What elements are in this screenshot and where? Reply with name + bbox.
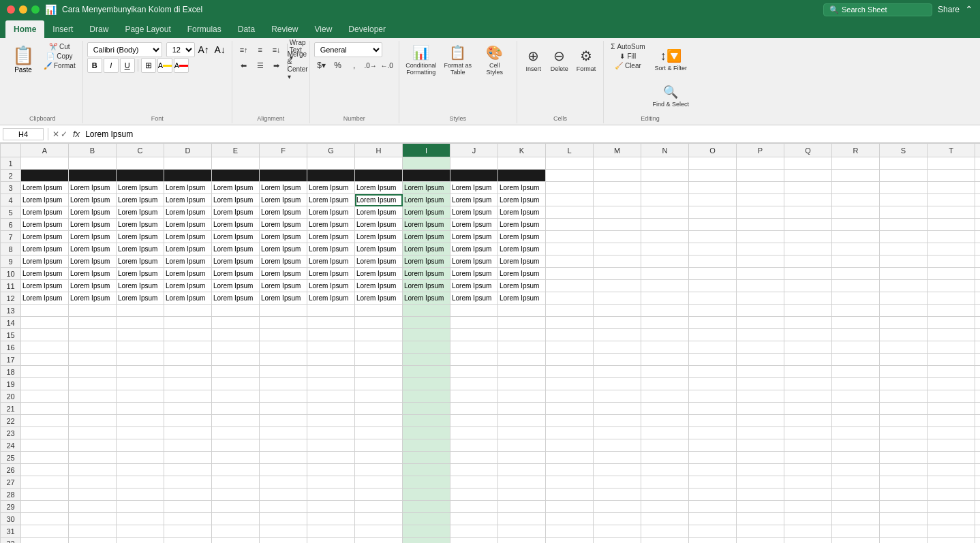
cell-P7[interactable] <box>737 231 784 243</box>
cell-A29[interactable] <box>21 501 69 513</box>
cell-T6[interactable] <box>928 219 975 231</box>
merge-center-btn[interactable]: Merge & Center ▾ <box>290 58 305 73</box>
cell-R3[interactable] <box>832 182 880 194</box>
cell-L22[interactable] <box>546 415 594 427</box>
cell-E7[interactable]: Lorem Ipsum <box>212 231 260 243</box>
cell-T25[interactable] <box>928 452 975 464</box>
cell-L26[interactable] <box>546 464 594 476</box>
cell-C4[interactable]: Lorem Ipsum <box>117 194 164 206</box>
cell-M14[interactable] <box>594 317 641 329</box>
cell-B2[interactable] <box>69 170 117 182</box>
cell-G9[interactable]: Lorem Ipsum <box>307 255 355 268</box>
cell-F19[interactable] <box>260 378 307 390</box>
cell-J14[interactable] <box>450 317 498 329</box>
cell-C17[interactable] <box>117 354 164 366</box>
cell-E10[interactable]: Lorem Ipsum <box>212 268 260 280</box>
cell-H4[interactable]: Lorem Ipsum <box>355 194 403 206</box>
cell-R19[interactable] <box>832 378 880 390</box>
cell-O12[interactable] <box>689 292 737 305</box>
cell-Q21[interactable] <box>784 403 832 415</box>
cell-M30[interactable] <box>594 513 641 525</box>
cell-P27[interactable] <box>737 476 784 488</box>
cell-S12[interactable] <box>880 292 928 305</box>
cell-E3[interactable]: Lorem Ipsum <box>212 182 260 194</box>
cell-K8[interactable]: Lorem Ipsum <box>498 243 546 255</box>
cell-M31[interactable] <box>594 525 641 538</box>
cell-S1[interactable] <box>880 157 928 170</box>
cell-G8[interactable]: Lorem Ipsum <box>307 243 355 255</box>
cell-F4[interactable]: Lorem Ipsum <box>260 194 307 206</box>
cell-L24[interactable] <box>546 439 594 452</box>
cell-O30[interactable] <box>689 513 737 525</box>
col-header-M[interactable]: M <box>594 144 641 157</box>
cell-D23[interactable] <box>164 427 212 439</box>
cell-O20[interactable] <box>689 390 737 403</box>
cell-A6[interactable]: Lorem Ipsum <box>21 219 69 231</box>
cell-O3[interactable] <box>689 182 737 194</box>
cell-U32[interactable] <box>975 538 981 544</box>
cell-B3[interactable]: Lorem Ipsum <box>69 182 117 194</box>
cell-E4[interactable]: Lorem Ipsum <box>212 194 260 206</box>
cell-N7[interactable] <box>641 231 689 243</box>
row-header-20[interactable]: 20 <box>1 390 21 403</box>
cell-F15[interactable] <box>260 329 307 341</box>
cell-Q9[interactable] <box>784 255 832 268</box>
cell-S30[interactable] <box>880 513 928 525</box>
cell-B6[interactable]: Lorem Ipsum <box>69 219 117 231</box>
cell-C28[interactable] <box>117 488 164 501</box>
cell-H26[interactable] <box>355 464 403 476</box>
cell-P17[interactable] <box>737 354 784 366</box>
cell-H2[interactable] <box>355 170 403 182</box>
cell-H24[interactable] <box>355 439 403 452</box>
row-header-28[interactable]: 28 <box>1 488 21 501</box>
cell-O21[interactable] <box>689 403 737 415</box>
cell-L23[interactable] <box>546 427 594 439</box>
cell-O10[interactable] <box>689 268 737 280</box>
cell-S2[interactable] <box>880 170 928 182</box>
row-header-29[interactable]: 29 <box>1 501 21 513</box>
cell-U6[interactable] <box>975 219 981 231</box>
cell-I16[interactable] <box>403 341 450 354</box>
cell-S28[interactable] <box>880 488 928 501</box>
fill-btn[interactable]: ⬇ Fill <box>608 52 647 61</box>
cell-I12[interactable]: Lorem Ipsum <box>403 292 450 305</box>
cell-L20[interactable] <box>546 390 594 403</box>
cell-Q10[interactable] <box>784 268 832 280</box>
cell-J23[interactable] <box>450 427 498 439</box>
cell-O13[interactable] <box>689 305 737 317</box>
decrease-decimal-btn[interactable]: ←.0 <box>380 58 395 73</box>
cell-U10[interactable] <box>975 268 981 280</box>
increase-font-btn[interactable]: A↑ <box>196 42 211 57</box>
italic-button[interactable]: I <box>104 58 119 73</box>
cell-S17[interactable] <box>880 354 928 366</box>
cell-J10[interactable]: Lorem Ipsum <box>450 268 498 280</box>
cell-G20[interactable] <box>307 390 355 403</box>
row-header-19[interactable]: 19 <box>1 378 21 390</box>
cell-S14[interactable] <box>880 317 928 329</box>
cell-A2[interactable] <box>21 170 69 182</box>
cell-U18[interactable] <box>975 366 981 378</box>
tab-review[interactable]: Review <box>263 20 306 38</box>
cell-A24[interactable] <box>21 439 69 452</box>
col-header-J[interactable]: J <box>450 144 498 157</box>
format-cells-btn[interactable]: ⚙ Format <box>573 42 600 78</box>
cell-E17[interactable] <box>212 354 260 366</box>
cell-E8[interactable]: Lorem Ipsum <box>212 243 260 255</box>
cell-L25[interactable] <box>546 452 594 464</box>
cell-T30[interactable] <box>928 513 975 525</box>
row-header-8[interactable]: 8 <box>1 243 21 255</box>
cell-J26[interactable] <box>450 464 498 476</box>
cell-F7[interactable]: Lorem Ipsum <box>260 231 307 243</box>
cell-F14[interactable] <box>260 317 307 329</box>
cell-H6[interactable]: Lorem Ipsum <box>355 219 403 231</box>
cell-Q1[interactable] <box>784 157 832 170</box>
cell-J29[interactable] <box>450 501 498 513</box>
cell-C5[interactable]: Lorem Ipsum <box>117 206 164 219</box>
cell-U14[interactable] <box>975 317 981 329</box>
cell-U12[interactable] <box>975 292 981 305</box>
cell-I26[interactable] <box>403 464 450 476</box>
row-header-23[interactable]: 23 <box>1 427 21 439</box>
cell-S31[interactable] <box>880 525 928 538</box>
cell-N16[interactable] <box>641 341 689 354</box>
cell-K29[interactable] <box>498 501 546 513</box>
